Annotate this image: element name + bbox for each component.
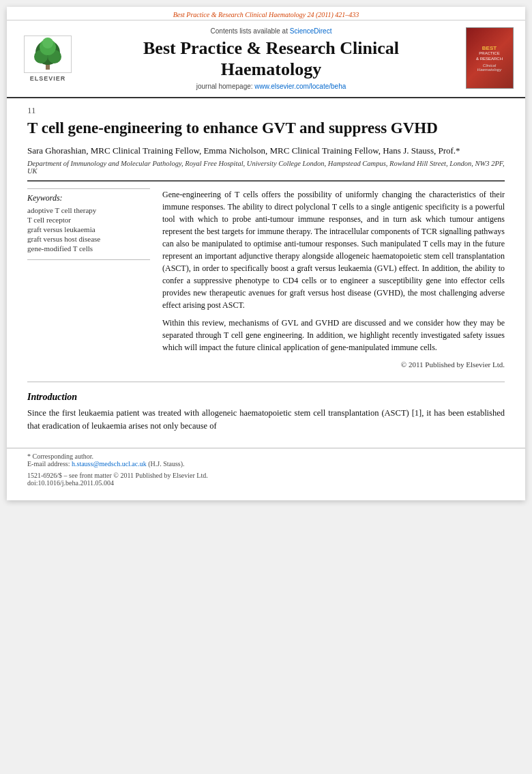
copyright-notice: © 2011 Published by Elsevier Ltd.	[162, 359, 505, 371]
article-footer: * Corresponding author. E-mail address: …	[7, 448, 525, 487]
email-label: E-mail address:	[27, 460, 70, 468]
cover-research-text: & RESEARCH	[476, 57, 503, 61]
introduction-text: Since the first leukaemia patient was tr…	[27, 407, 505, 433]
keyword-1: adoptive T cell therapy	[27, 206, 150, 214]
contents-prefix: Contents lists available at	[211, 27, 290, 35]
keywords-bottom-rule	[27, 259, 150, 260]
corresponding-label: * Corresponding author.	[27, 453, 93, 460]
keyword-4: graft versus host disease	[27, 235, 150, 243]
journal-title: Best Practice & Research Clinical Haemat…	[85, 38, 457, 80]
cover-thumbnail: BEST PRACTICE & RESEARCH ClinicalHaemato…	[466, 27, 514, 89]
abstract-paragraph-1: Gene-engineering of T cells offers the p…	[162, 188, 505, 311]
journal-header: ELSEVIER Contents lists available at Sci…	[7, 20, 525, 98]
svg-point-5	[42, 38, 53, 48]
elsevier-tree-icon	[24, 35, 72, 73]
article-affiliations: Department of Immunology and Molecular P…	[27, 160, 505, 175]
article-authors: Sara Ghorashian, MRC Clinical Training F…	[27, 145, 505, 156]
abstract-text: Gene-engineering of T cells offers the p…	[162, 188, 505, 371]
doi-line: doi:10.1016/j.beha.2011.05.004	[27, 479, 114, 487]
journal-homepage-line: journal homepage: www.elsevier.com/locat…	[85, 83, 457, 90]
introduction-heading: Introduction	[27, 392, 505, 403]
email-address[interactable]: h.stauss@medsch.ucl.ac.uk	[72, 460, 147, 468]
article-page: Best Practice & Research Clinical Haemat…	[7, 7, 525, 500]
article-number: 11	[27, 105, 505, 116]
elsevier-label: ELSEVIER	[30, 75, 66, 82]
keyword-5: gene-modified T cells	[27, 244, 150, 253]
keyword-2: T cell receptor	[27, 216, 150, 224]
thick-divider	[27, 180, 505, 182]
homepage-link[interactable]: www.elsevier.com/locate/beha	[254, 83, 346, 90]
journal-title-block: Contents lists available at ScienceDirec…	[85, 27, 457, 90]
tree-svg	[27, 38, 68, 72]
cover-practice-text: PRACTICE	[479, 51, 499, 55]
abstract-paragraph-2: Within this review, mechanisms of GVL an…	[162, 317, 505, 354]
elsevier-logo-block: ELSEVIER	[17, 27, 78, 90]
journal-citation-text: Best Practice & Research Clinical Haemat…	[173, 11, 359, 18]
contents-available-line: Contents lists available at ScienceDirec…	[85, 27, 457, 35]
keywords-column: Keywords: adoptive T cell therapy T cell…	[27, 188, 150, 371]
corresponding-author-note: * Corresponding author. E-mail address: …	[27, 453, 505, 468]
journal-cover-image: BEST PRACTICE & RESEARCH ClinicalHaemato…	[464, 27, 515, 90]
abstract-column: Gene-engineering of T cells offers the p…	[162, 188, 505, 371]
keywords-abstract-section: Keywords: adoptive T cell therapy T cell…	[27, 188, 505, 371]
section-divider	[27, 382, 505, 382]
cover-best-text: BEST	[482, 45, 497, 51]
journal-citation-bar: Best Practice & Research Clinical Haemat…	[7, 7, 525, 20]
cover-haematology-text: ClinicalHaematology	[477, 63, 501, 72]
keywords-label: Keywords:	[27, 193, 150, 203]
email-suffix: (H.J. Stauss).	[148, 460, 184, 468]
keyword-3: graft versus leukaemia	[27, 225, 150, 233]
sciencedirect-link[interactable]: ScienceDirect	[290, 27, 332, 35]
article-content: 11 T cell gene-engineering to enhance GV…	[7, 98, 525, 440]
issn-line: 1521-6926/$ – see front matter © 2011 Pu…	[27, 472, 505, 487]
article-title: T cell gene-engineering to enhance GVT a…	[27, 119, 505, 139]
